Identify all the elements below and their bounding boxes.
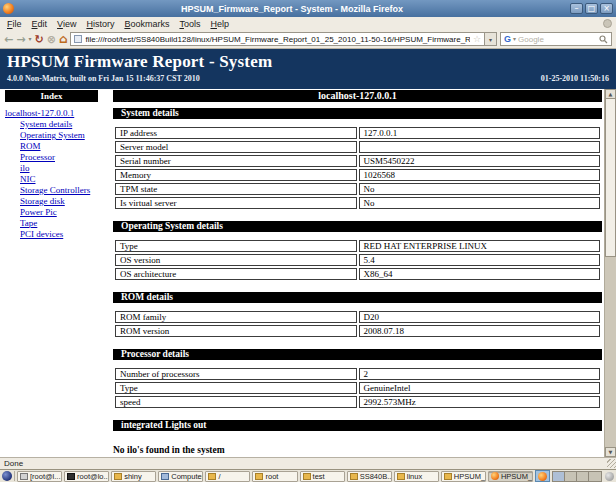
folder-icon	[114, 473, 122, 480]
menu-bar: FileEditViewHistoryBookmarksToolsHelp	[0, 17, 616, 30]
close-button[interactable]: ×	[600, 3, 613, 14]
sidebar-item-tape[interactable]: Tape	[20, 218, 104, 229]
table-row: OS architectureX86_64	[115, 268, 600, 280]
workspace-1[interactable]	[553, 472, 565, 481]
menu-history[interactable]: History	[81, 19, 119, 29]
sidebar-item-pci-devices[interactable]: PCI devices	[20, 229, 104, 240]
bookmark-star-icon[interactable]: ☆	[473, 34, 481, 44]
taskbar-window-label: shiny	[124, 472, 142, 481]
history-dropdown-icon[interactable]: ▾	[28, 36, 31, 42]
search-bar[interactable]: G ▾ Google	[500, 32, 612, 46]
firefox-tray-icon[interactable]	[538, 472, 547, 481]
scrollbar-thumb[interactable]	[605, 99, 616, 257]
row-value: No	[359, 183, 601, 195]
url-text[interactable]: file:///root/test/SS840Build128/linux/HP…	[85, 35, 469, 44]
menu-tools[interactable]: Tools	[174, 19, 205, 29]
url-dropdown-button[interactable]: ▾	[485, 32, 497, 46]
sidebar-item-operating-system[interactable]: Operating System	[20, 130, 104, 141]
row-label: Number of processors	[115, 368, 357, 380]
workspace-4[interactable]	[589, 472, 601, 481]
taskbar-window-label: HPSUM_...	[454, 472, 486, 481]
workspace-3[interactable]	[577, 472, 589, 481]
taskbar-window-computer[interactable]: Computer	[158, 471, 203, 482]
taskbar-window-root[interactable]: root	[252, 471, 297, 482]
sidebar-item-ilo[interactable]: ilo	[20, 163, 104, 174]
taskbar-window-root-lo[interactable]: root@lo...	[64, 471, 109, 482]
title-bar[interactable]: HPSUM_Firmware_Report - System - Mozilla…	[0, 0, 616, 17]
globe-launcher-icon[interactable]	[2, 471, 12, 481]
folder-icon	[444, 473, 452, 480]
notification-tray[interactable]	[535, 470, 550, 482]
folder-icon	[350, 473, 358, 480]
engine-dropdown-icon[interactable]: ▾	[513, 36, 516, 42]
section-header-processor-details: Processor details	[113, 349, 602, 360]
sidebar-item-system-details[interactable]: System details	[20, 119, 104, 130]
row-label: Is virtual server	[115, 197, 357, 209]
sidebar-item-power-pic[interactable]: Power Pic	[20, 207, 104, 218]
trash-icon[interactable]	[605, 472, 614, 481]
stop-button[interactable]: ⊗	[47, 34, 56, 45]
resize-grip[interactable]	[607, 459, 616, 468]
taskbar: [root@l...root@lo...shinyComputer/rootte…	[0, 469, 616, 482]
search-magnifier-icon[interactable]	[599, 35, 608, 44]
scroll-down-icon[interactable]: ▼	[605, 447, 616, 457]
scroll-up-icon[interactable]: ▲	[605, 89, 616, 99]
taskbar-window-label: linux	[407, 472, 422, 481]
home-button[interactable]: ⌂	[59, 33, 68, 45]
row-value: X86_64	[359, 268, 601, 280]
menu-edit[interactable]: Edit	[27, 19, 53, 29]
taskbar-window-label: [root@l...	[30, 472, 61, 481]
table-row: Server model	[115, 141, 600, 153]
menu-file[interactable]: File	[2, 19, 27, 29]
forward-button[interactable]: →	[16, 34, 25, 45]
maximize-button[interactable]: □	[585, 3, 598, 14]
taskbar-window-test[interactable]: test	[300, 471, 345, 482]
sidebar-item-storage-disk[interactable]: Storage disk	[20, 196, 104, 207]
menu-view[interactable]: View	[52, 19, 81, 29]
taskbar-window-root-l[interactable]: [root@l...	[17, 471, 62, 482]
back-button[interactable]: ←	[4, 34, 13, 45]
table-row: TypeRED HAT ENTERPRISE LINUX	[115, 240, 600, 252]
row-value: D20	[359, 311, 601, 323]
taskbar-window-label: root@lo...	[77, 472, 109, 481]
section-header-integrated-lights-out: integrated Lights out	[113, 420, 602, 431]
row-value: USM5450222	[359, 155, 601, 167]
menu-bookmarks[interactable]: Bookmarks	[119, 19, 174, 29]
row-label: Type	[115, 240, 357, 252]
taskbar-window-hpsum[interactable]: HPSUM_...	[488, 471, 533, 482]
taskbar-window-ss840b[interactable]: SS840B...	[347, 471, 392, 482]
taskbar-window-[interactable]: /	[205, 471, 250, 482]
taskbar-window-linux[interactable]: linux	[394, 471, 439, 482]
row-value: 127.0.0.1	[359, 127, 601, 139]
taskbar-window-label: /	[218, 472, 220, 481]
row-label: Server model	[115, 141, 357, 153]
taskbar-window-label: test	[313, 472, 325, 481]
minimize-button[interactable]: –	[570, 3, 583, 14]
sidebar-item-localhost[interactable]: localhost-127.0.0.1	[5, 108, 104, 119]
section-table-rom-details: ROM familyD20ROM version2008.07.18	[113, 309, 602, 339]
sidebar-item-nic[interactable]: NIC	[20, 174, 104, 185]
vertical-scrollbar[interactable]: ▲ ▼	[604, 89, 616, 457]
table-row: Memory1026568	[115, 169, 600, 181]
sidebar-item-rom[interactable]: ROM	[20, 141, 104, 152]
workspace-switcher[interactable]	[552, 471, 602, 482]
workspace-2[interactable]	[565, 472, 577, 481]
taskbar-window-shiny[interactable]: shiny	[111, 471, 156, 482]
google-engine-icon[interactable]: G	[504, 34, 511, 44]
report-main: localhost-127.0.0.1 System detailsIP add…	[104, 89, 604, 457]
sidebar-item-storage-controllers[interactable]: Storage Controllers	[20, 185, 104, 196]
address-bar[interactable]: file:///root/test/SS840Build128/linux/HP…	[70, 32, 485, 46]
taskbar-window-hpsum[interactable]: HPSUM_...	[441, 471, 486, 482]
search-placeholder[interactable]: Google	[518, 35, 597, 44]
menu-help[interactable]: Help	[205, 19, 234, 29]
taskbar-window-label: SS840B...	[360, 472, 392, 481]
folder-icon	[255, 473, 263, 480]
sidebar-item-processor[interactable]: Processor	[20, 152, 104, 163]
table-row: OS version5.4	[115, 254, 600, 266]
table-row: Serial numberUSM5450222	[115, 155, 600, 167]
scrollbar-track[interactable]	[605, 257, 616, 447]
row-value: 2	[359, 368, 601, 380]
row-label: OS version	[115, 254, 357, 266]
row-label: Serial number	[115, 155, 357, 167]
reload-button[interactable]: ↻	[34, 34, 43, 45]
